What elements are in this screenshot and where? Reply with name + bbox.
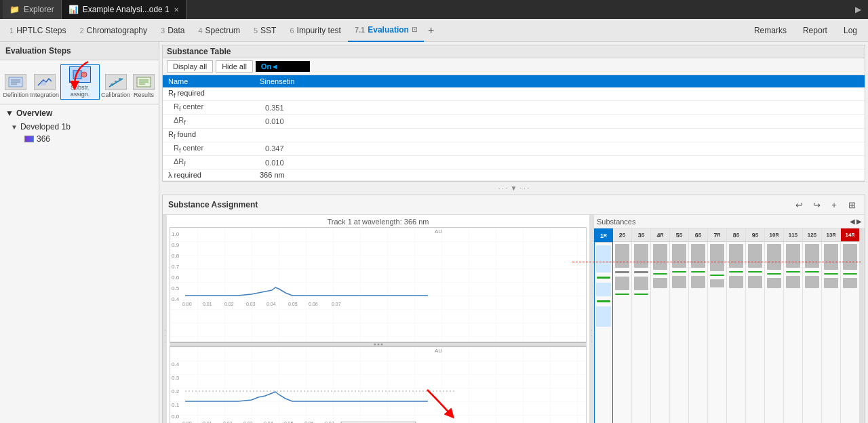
rf-required-label: Rf required [163, 87, 254, 101]
svg-text:0.04: 0.04 [267, 302, 276, 306]
nav-item-spectrum[interactable]: 4 Spectrum [191, 19, 246, 42]
title-tab-analysis[interactable]: 📊 Example Analysi...ode 1 ✕ [62, 0, 186, 19]
sinensetin-header[interactable]: Sinensetin [254, 75, 331, 87]
nav-label-sst: SST [260, 26, 276, 35]
close-evaluation-icon[interactable]: ⊡ [412, 26, 417, 33]
add-tab-button[interactable]: + [424, 24, 438, 37]
svg-text:1.0: 1.0 [172, 231, 180, 237]
table-row-lambda: λ required 366 nm [163, 169, 865, 181]
table-row-rf-required-delta: ΔRf 0.010 [163, 115, 865, 128]
tree-item-366[interactable]: 366 [5, 133, 153, 145]
band-track-4[interactable]: 4R [651, 228, 670, 423]
table-row-rf-found-delta: ΔRf 0.010 [163, 155, 865, 169]
nav-label-chrom: Chromatography [87, 26, 147, 35]
band-track-10[interactable]: 10R [765, 228, 784, 423]
lower-chart-svg: 0.4 0.3 0.2 0.1 0.0 AU 0.00 0.01 0.02 0 [170, 347, 586, 423]
nav-bar: 1 HPTLC Steps 2 Chromatography 3 Data 4 … [0, 19, 868, 42]
band-scroll-right-icon[interactable]: ▶ [856, 218, 862, 225]
divider-arrow-icon[interactable]: ▼ [511, 184, 517, 192]
nav-item-evaluation[interactable]: 7.1 Evaluation ⊡ [348, 19, 424, 42]
add-substance-button[interactable]: + [827, 197, 842, 212]
nav-remarks[interactable]: Remarks [746, 19, 795, 42]
overview-section: ▼ Overview ▼ Developed 1b 366 [0, 104, 159, 149]
svg-text:AU: AU [435, 228, 442, 235]
on-toggle[interactable]: On ◀ [256, 61, 310, 72]
svg-text:0.1: 0.1 [172, 402, 180, 408]
band-track-8[interactable]: 8S [727, 228, 746, 423]
chart-title: Track 1 at wavelength: 366 nm [170, 218, 587, 226]
wavelength-color-box [24, 136, 34, 142]
divider-dots: · · · ▼ · · · [159, 184, 868, 192]
assign-button[interactable]: ⊞ [844, 197, 859, 212]
nav-log[interactable]: Log [835, 19, 865, 42]
hide-all-button[interactable]: Hide all [216, 60, 253, 73]
chart-icon: 📊 [68, 5, 79, 14]
svg-point-9 [115, 81, 117, 83]
nav-item-sst[interactable]: 5 SST [247, 19, 283, 42]
band-track-12[interactable]: 12S [803, 228, 822, 423]
band-track-7[interactable]: 7R [708, 228, 727, 423]
band-vertical-scrollbar[interactable] [860, 228, 865, 423]
step-substance-assign-label: Substr. assign. [64, 84, 96, 98]
integration-icon [37, 76, 53, 88]
title-bar-arrow[interactable]: ▶ [851, 5, 865, 14]
step-icons-row: Definition Integration [0, 60, 159, 104]
tree-expand-icon: ▼ [11, 123, 18, 131]
calibration-icon [108, 76, 124, 88]
svg-text:0.4: 0.4 [172, 296, 180, 302]
substance-assign-title: Substance Assignment [168, 200, 258, 209]
nav-right-items: Remarks Report Log [746, 19, 865, 42]
title-bar: 📁 Explorer 📊 Example Analysi...ode 1 ✕ ▶ [0, 0, 868, 19]
nav-item-chrom[interactable]: 2 Chromatography [73, 19, 154, 42]
band-track-11[interactable]: 11S [784, 228, 803, 423]
step-integration[interactable]: Integration [31, 73, 60, 100]
band-track-14[interactable]: 14R [841, 228, 860, 423]
svg-rect-5 [73, 70, 81, 79]
step-definition[interactable]: Definition [3, 73, 29, 100]
left-panel: Evaluation Steps [0, 42, 159, 423]
band-track-9[interactable]: 9S [746, 228, 765, 423]
horizontal-dotted-line [593, 262, 861, 262]
nav-label-data: Data [167, 26, 184, 35]
svg-rect-15 [170, 228, 586, 342]
display-all-button[interactable]: Display all [167, 60, 213, 73]
on-toggle-label: On [261, 62, 271, 70]
overview-arrow-icon: ▼ [5, 108, 14, 118]
nav-item-hptlc[interactable]: 1 HPTLC Steps [3, 19, 73, 42]
undo-button[interactable]: ↩ [791, 197, 806, 212]
table-row-rf-found-center: Rf center 0.347 [163, 142, 865, 155]
band-track-3[interactable]: 3S [632, 228, 651, 423]
step-substance-assign[interactable]: Substr. assign. [60, 64, 100, 100]
nav-item-impurity[interactable]: 6 Impurity test [283, 19, 347, 42]
close-tab-button[interactable]: ✕ [174, 6, 179, 14]
svg-text:0.05: 0.05 [288, 302, 298, 306]
band-header: Substances ◀ ▶ [594, 215, 865, 228]
band-scroll-left-icon[interactable]: ◀ [850, 218, 855, 225]
title-tab-explorer[interactable]: 📁 Explorer [3, 0, 62, 19]
svg-text:0.5: 0.5 [172, 285, 180, 291]
step-results[interactable]: Results [132, 73, 156, 100]
svg-text:0.01: 0.01 [203, 302, 212, 306]
svg-text:0.3: 0.3 [172, 375, 180, 381]
nav-item-data[interactable]: 3 Data [154, 19, 191, 42]
redo-button[interactable]: ↩ [809, 197, 824, 212]
band-track-2[interactable]: 2S [613, 228, 632, 423]
step-integration-label: Integration [31, 92, 60, 98]
empty-header [331, 75, 865, 87]
overview-header[interactable]: ▼ Overview [5, 108, 153, 118]
band-track-5[interactable]: 5S [670, 228, 689, 423]
svg-point-32 [374, 344, 376, 346]
assign-content: · · · Track 1 at wavelength: 366 nm [163, 215, 865, 423]
nav-label-evaluation: Evaluation [368, 25, 409, 35]
svg-text:0.02: 0.02 [224, 302, 234, 306]
band-track-1[interactable]: 1R [594, 228, 613, 423]
tree-item-developed[interactable]: ▼ Developed 1b [5, 121, 153, 133]
evaluation-steps-header: Evaluation Steps [0, 42, 159, 60]
step-calibration[interactable]: Calibration [101, 73, 130, 100]
band-track-13[interactable]: 13R [822, 228, 841, 423]
nav-report[interactable]: Report [795, 19, 835, 42]
band-track-6[interactable]: 6S [689, 228, 708, 423]
svg-text:0.4: 0.4 [172, 361, 180, 367]
svg-text:0.7: 0.7 [172, 264, 180, 270]
assign-icons: ↩ ↩ + ⊞ [791, 197, 859, 212]
